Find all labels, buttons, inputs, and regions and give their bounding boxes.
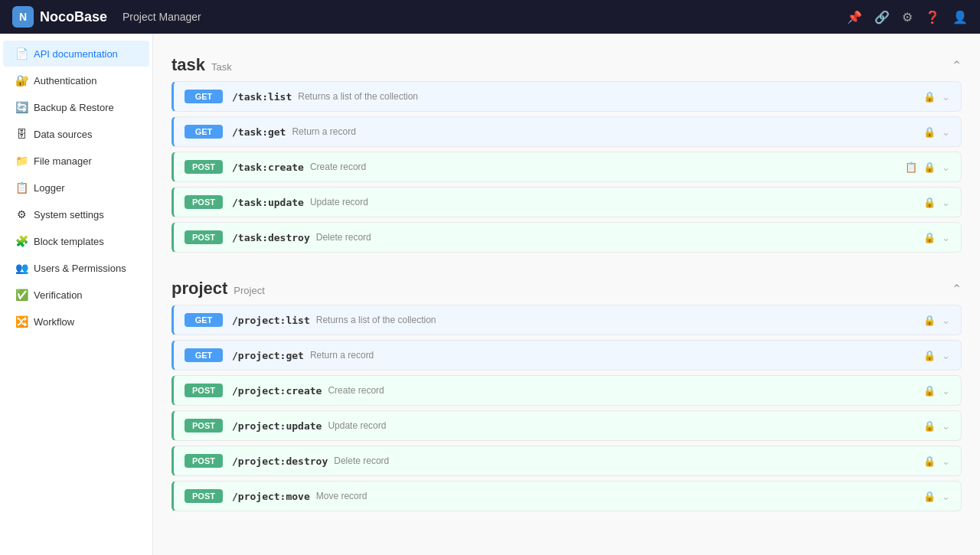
logo: N NocoBase bbox=[12, 6, 107, 28]
api-desc: Move record bbox=[316, 491, 368, 501]
sidebar-item-users-permissions[interactable]: 👥 Users & Permissions bbox=[3, 255, 149, 281]
task-collapse-button[interactable]: ⌃ bbox=[952, 58, 962, 73]
api-row-project-get[interactable]: GET /project:get Return a record 🔒 ⌄ bbox=[172, 340, 962, 371]
method-badge-get: GET bbox=[185, 90, 223, 103]
chevron-down-icon[interactable]: ⌄ bbox=[942, 197, 950, 208]
api-doc-icon: 📄 bbox=[15, 47, 28, 60]
chevron-down-icon[interactable]: ⌄ bbox=[942, 315, 950, 326]
api-path: /project:list bbox=[232, 315, 310, 326]
main-content: task Task ⌃ GET /task:list Returns a lis… bbox=[153, 34, 980, 555]
sidebar-item-label: Users & Permissions bbox=[34, 263, 126, 274]
sidebar-item-label: System settings bbox=[34, 209, 104, 220]
layout: 📄 API documentation 🔐 Authentication 🔄 B… bbox=[0, 34, 980, 555]
api-desc: Delete record bbox=[334, 455, 389, 466]
lock-icon[interactable]: 🔒 bbox=[923, 455, 936, 467]
api-desc: Returns a list of the collection bbox=[298, 91, 418, 102]
api-row-project-move[interactable]: POST /project:move Move record 🔒 ⌄ bbox=[172, 481, 962, 511]
lock-icon[interactable]: 🔒 bbox=[923, 91, 936, 103]
api-desc: Create record bbox=[310, 162, 366, 172]
backup-icon: 🔄 bbox=[15, 101, 28, 113]
api-row-task-list[interactable]: GET /task:list Returns a list of the col… bbox=[172, 81, 962, 112]
sidebar-item-block-templates[interactable]: 🧩 Block templates bbox=[3, 228, 149, 254]
method-badge-post: POST bbox=[185, 419, 223, 433]
project-section-header: project Project ⌃ bbox=[172, 269, 962, 305]
pin-icon[interactable]: 📌 bbox=[847, 10, 862, 24]
sidebar-item-system-settings[interactable]: ⚙ System settings bbox=[3, 201, 149, 227]
sidebar-item-file-manager[interactable]: 📁 File manager bbox=[3, 148, 149, 174]
api-row-actions: 📋 🔒 ⌄ bbox=[905, 162, 950, 173]
chevron-down-icon[interactable]: ⌄ bbox=[942, 232, 950, 243]
chevron-down-icon[interactable]: ⌄ bbox=[942, 126, 950, 138]
api-desc: Returns a list of the collection bbox=[316, 315, 436, 325]
chevron-down-icon[interactable]: ⌄ bbox=[942, 420, 950, 432]
auth-icon: 🔐 bbox=[15, 74, 28, 87]
lock-icon[interactable]: 🔒 bbox=[923, 385, 936, 397]
branch-icon[interactable]: 🔗 bbox=[874, 10, 890, 24]
sidebar-item-authentication[interactable]: 🔐 Authentication bbox=[3, 67, 149, 93]
lock-icon[interactable]: 🔒 bbox=[923, 315, 936, 326]
method-badge-post: POST bbox=[185, 160, 223, 174]
user-icon[interactable]: 👤 bbox=[952, 10, 968, 24]
task-section-label: Task bbox=[211, 61, 232, 73]
sidebar-item-data-sources[interactable]: 🗄 Data sources bbox=[3, 121, 149, 147]
lock-icon[interactable]: 🔒 bbox=[923, 126, 936, 138]
api-path: /project:update bbox=[232, 420, 322, 432]
sidebar-item-logger[interactable]: 📋 Logger bbox=[3, 175, 149, 201]
method-badge-get: GET bbox=[185, 125, 223, 139]
api-row-actions: 🔒 ⌄ bbox=[923, 455, 950, 467]
api-row-project-create[interactable]: POST /project:create Create record 🔒 ⌄ bbox=[172, 375, 962, 406]
block-templates-icon: 🧩 bbox=[15, 235, 28, 247]
api-path: /project:get bbox=[232, 350, 304, 361]
project-collapse-button[interactable]: ⌃ bbox=[952, 282, 962, 296]
api-row-project-update[interactable]: POST /project:update Update record 🔒 ⌄ bbox=[172, 410, 962, 441]
verification-icon: ✅ bbox=[15, 289, 28, 301]
sidebar-item-verification[interactable]: ✅ Verification bbox=[3, 282, 149, 308]
lock-icon[interactable]: 🔒 bbox=[923, 350, 936, 361]
help-icon[interactable]: ❓ bbox=[925, 10, 940, 24]
chevron-down-icon[interactable]: ⌄ bbox=[942, 491, 950, 502]
sidebar: 📄 API documentation 🔐 Authentication 🔄 B… bbox=[0, 34, 153, 555]
lock-icon[interactable]: 🔒 bbox=[923, 491, 936, 502]
api-row-task-get[interactable]: GET /task:get Return a record 🔒 ⌄ bbox=[172, 116, 962, 147]
sidebar-item-label: API documentation bbox=[34, 48, 118, 60]
settings-icon[interactable]: ⚙ bbox=[902, 10, 913, 24]
api-path: /task:update bbox=[232, 197, 304, 208]
task-section-name: task bbox=[172, 55, 205, 75]
chevron-down-icon[interactable]: ⌄ bbox=[942, 91, 950, 103]
api-desc: Update record bbox=[310, 197, 368, 207]
api-row-task-update[interactable]: POST /task:update Update record 🔒 ⌄ bbox=[172, 187, 962, 217]
logger-icon: 📋 bbox=[15, 181, 28, 194]
sidebar-item-backup-restore[interactable]: 🔄 Backup & Restore bbox=[3, 94, 149, 120]
api-path: /task:list bbox=[232, 91, 292, 103]
project-section-title: project Project bbox=[172, 279, 265, 299]
api-path: /project:move bbox=[232, 491, 310, 502]
api-desc: Create record bbox=[328, 385, 384, 396]
sidebar-item-api-documentation[interactable]: 📄 API documentation bbox=[3, 41, 149, 67]
api-row-actions: 🔒 ⌄ bbox=[923, 91, 950, 103]
sidebar-item-label: Data sources bbox=[34, 129, 93, 140]
copy-icon[interactable]: 📋 bbox=[905, 162, 917, 173]
file-manager-icon: 📁 bbox=[15, 155, 28, 167]
chevron-down-icon[interactable]: ⌄ bbox=[942, 455, 950, 467]
lock-icon[interactable]: 🔒 bbox=[923, 197, 936, 208]
lock-icon[interactable]: 🔒 bbox=[923, 162, 936, 173]
api-row-actions: 🔒 ⌄ bbox=[923, 420, 950, 432]
project-section-name: project bbox=[172, 279, 227, 299]
lock-icon[interactable]: 🔒 bbox=[923, 420, 936, 432]
chevron-down-icon[interactable]: ⌄ bbox=[942, 162, 950, 173]
chevron-down-icon[interactable]: ⌄ bbox=[942, 385, 950, 397]
api-row-task-destroy[interactable]: POST /task:destroy Delete record 🔒 ⌄ bbox=[172, 222, 962, 253]
method-badge-post: POST bbox=[185, 384, 223, 397]
lock-icon[interactable]: 🔒 bbox=[923, 232, 936, 243]
logo-icon: N bbox=[12, 6, 34, 28]
api-desc: Delete record bbox=[316, 232, 371, 243]
api-row-project-destroy[interactable]: POST /project:destroy Delete record 🔒 ⌄ bbox=[172, 446, 962, 476]
sidebar-item-workflow[interactable]: 🔀 Workflow bbox=[3, 309, 149, 335]
project-section-label: Project bbox=[234, 285, 264, 296]
api-path: /task:get bbox=[232, 126, 286, 138]
users-permissions-icon: 👥 bbox=[15, 262, 28, 274]
chevron-down-icon[interactable]: ⌄ bbox=[942, 350, 950, 361]
api-row-project-list[interactable]: GET /project:list Returns a list of the … bbox=[172, 305, 962, 335]
api-row-task-create[interactable]: POST /task:create Create record 📋 🔒 ⌄ bbox=[172, 152, 962, 182]
sidebar-item-label: Authentication bbox=[34, 75, 96, 87]
